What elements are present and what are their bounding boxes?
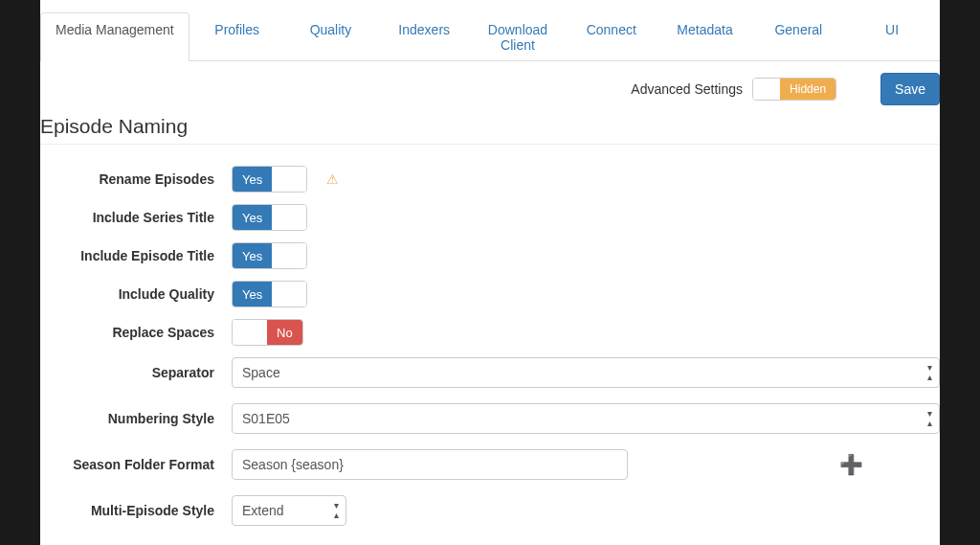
toggle-include-episode-title[interactable]: Yes xyxy=(232,242,307,269)
label-single-episode-example: Single Episode Example xyxy=(40,541,232,545)
advanced-settings-label: Advanced Settings xyxy=(631,81,743,97)
label-include-quality: Include Quality xyxy=(40,286,232,302)
label-include-episode-title: Include Episode Title xyxy=(40,248,232,263)
select-numbering-style[interactable]: S01E05 xyxy=(232,403,940,434)
section-title-episode-naming: Episode Naming xyxy=(40,115,940,145)
tab-ui[interactable]: UI xyxy=(846,12,938,61)
tab-metadata[interactable]: Metadata xyxy=(659,12,751,61)
tab-download-client[interactable]: Download Client xyxy=(472,12,564,61)
label-season-folder-format: Season Folder Format xyxy=(40,457,232,472)
warning-icon: ⚠ xyxy=(326,171,339,187)
tab-indexers[interactable]: Indexers xyxy=(378,12,470,61)
select-multi-episode-style[interactable]: Extend xyxy=(232,495,346,526)
toggle-include-episode-title-value: Yes xyxy=(233,243,272,268)
tab-media-management[interactable]: Media Management xyxy=(40,12,189,61)
toggle-rename-episodes-value: Yes xyxy=(233,167,272,192)
advanced-settings-toggle-value: Hidden xyxy=(780,79,835,100)
label-multi-episode-style: Multi-Episode Style xyxy=(40,503,232,518)
toggle-include-series-title-value: Yes xyxy=(233,205,272,230)
toggle-include-quality[interactable]: Yes xyxy=(232,281,307,307)
top-toolbar: Advanced Settings Hidden Save xyxy=(40,61,940,115)
select-separator[interactable]: Space xyxy=(232,357,940,388)
settings-tabs: Media Management Profiles Quality Indexe… xyxy=(40,11,940,61)
save-button[interactable]: Save xyxy=(880,73,940,105)
toggle-include-series-title[interactable]: Yes xyxy=(232,204,307,231)
label-include-series-title: Include Series Title xyxy=(40,210,232,225)
toggle-rename-episodes[interactable]: Yes xyxy=(232,166,307,193)
tab-connect[interactable]: Connect xyxy=(566,12,657,61)
tab-quality[interactable]: Quality xyxy=(285,12,377,61)
toggle-replace-spaces-value: No xyxy=(267,320,302,345)
toggle-include-quality-value: Yes xyxy=(233,282,272,307)
advanced-settings-toggle[interactable]: Hidden xyxy=(752,78,836,101)
advanced-settings-toggle-blank xyxy=(753,79,780,100)
tab-profiles[interactable]: Profiles xyxy=(191,12,283,61)
label-numbering-style: Numbering Style xyxy=(40,411,232,426)
label-replace-spaces: Replace Spaces xyxy=(40,325,232,340)
toggle-replace-spaces[interactable]: No xyxy=(232,319,303,346)
plus-icon[interactable]: ➕ xyxy=(839,453,863,476)
label-separator: Separator xyxy=(40,365,232,380)
tab-general[interactable]: General xyxy=(752,12,844,61)
label-rename-episodes: Rename Episodes xyxy=(40,171,232,187)
input-season-folder-format[interactable] xyxy=(232,449,628,480)
